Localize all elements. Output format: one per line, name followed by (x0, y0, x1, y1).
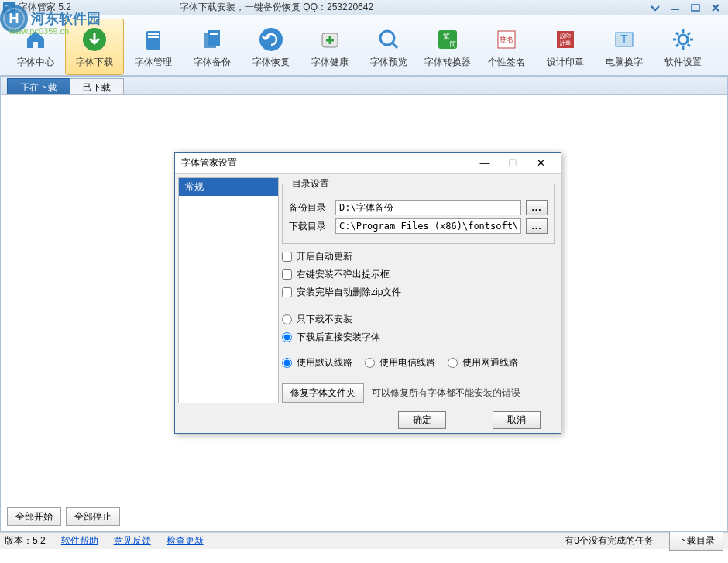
version-label: 版本：5.2 (5, 534, 46, 548)
sidebar-item-general[interactable]: 常规 (179, 178, 278, 196)
dialog-titlebar[interactable]: 字体管家设置 — ☐ ✕ (175, 153, 561, 174)
svg-text:繁: 繁 (443, 33, 450, 40)
feedback-link[interactable]: 意见反馈 (114, 534, 151, 548)
backup-dir-label: 备份目录 (289, 201, 331, 215)
toolbar-label: 字体健康 (311, 56, 349, 69)
toolbar-home[interactable]: 字体中心 (6, 19, 65, 75)
toolbar-restore[interactable]: 字体恢复 (242, 19, 300, 75)
download-browse-button[interactable]: ... (526, 218, 548, 234)
dialog-maximize-button[interactable]: ☐ (499, 156, 527, 171)
toolbar-health[interactable]: 字体健康 (300, 19, 359, 75)
toolbar-signature[interactable]: 签名个性签名 (477, 19, 536, 75)
download-dir-label: 下载目录 (289, 220, 331, 233)
svg-text:設印: 設印 (560, 33, 571, 39)
dialog-close-button[interactable]: ✕ (527, 156, 555, 171)
toolbar-preview[interactable]: 字体预览 (359, 19, 418, 75)
download-dir-button[interactable]: 下载目录 (669, 531, 723, 551)
toolbar-files[interactable]: 字体备份 (183, 19, 242, 75)
main-toolbar: 字体中心字体下载字体管理字体备份字体恢复字体健康字体预览繁简字体转换器签名个性签… (0, 15, 728, 76)
svg-line-33 (676, 44, 678, 46)
auto-update-checkbox[interactable] (282, 252, 292, 262)
backup-browse-button[interactable]: ... (526, 200, 548, 215)
task-status: 有0个没有完成的任务 (565, 534, 654, 548)
stop-all-button[interactable]: 全部停止 (66, 507, 120, 526)
telecom-line-label: 使用电信线路 (379, 356, 435, 369)
close-button[interactable] (706, 2, 725, 14)
svg-rect-10 (210, 33, 218, 35)
fieldset-legend: 目录设置 (289, 177, 332, 191)
status-bar: 版本：5.2 软件帮助 意见反馈 检查更新 有0个没有完成的任务 下载目录 (0, 532, 728, 549)
toolbar-label: 字体预览 (370, 56, 407, 69)
svg-rect-3 (692, 5, 699, 11)
download-only-radio[interactable] (282, 314, 292, 324)
directory-settings-group: 目录设置 备份目录 ... 下载目录 ... (282, 177, 555, 244)
download-tabs: 正在下载己下载 (1, 77, 727, 95)
download-icon (80, 25, 109, 54)
delete-zip-checkbox[interactable] (282, 287, 292, 297)
toolbar-label: 字体下载 (76, 56, 113, 69)
svg-rect-7 (148, 36, 159, 38)
svg-point-25 (678, 35, 688, 44)
toolbar-swap[interactable]: T电脑换字 (595, 19, 654, 75)
toolbar-settings[interactable]: 软件设置 (654, 19, 713, 75)
svg-text:简: 简 (449, 40, 456, 48)
toolbar-book[interactable]: 字体管理 (124, 19, 183, 75)
svg-text:签名: 签名 (500, 36, 513, 43)
backup-dir-input[interactable] (335, 200, 521, 215)
minimize-button[interactable] (666, 2, 685, 14)
svg-point-11 (259, 28, 283, 51)
netcom-line-label: 使用网通线路 (462, 356, 518, 369)
svg-line-31 (688, 44, 690, 46)
dialog-minimize-button[interactable]: — (471, 156, 499, 171)
tab-1[interactable]: 己下载 (70, 78, 124, 94)
toolbar-label: 字体管理 (135, 56, 172, 69)
start-all-button[interactable]: 全部开始 (7, 507, 61, 526)
noprompt-label: 右键安装不弹出提示框 (297, 268, 390, 281)
svg-text:計章: 計章 (560, 40, 571, 46)
maximize-button[interactable] (686, 2, 705, 14)
toolbar-label: 字体恢复 (252, 56, 290, 69)
cancel-button[interactable]: 取消 (493, 411, 541, 429)
toolbar-label: 字体转换器 (424, 56, 471, 69)
tab-0[interactable]: 正在下载 (7, 78, 70, 94)
repair-button[interactable]: 修复字体文件夹 (282, 383, 364, 403)
noprompt-checkbox[interactable] (282, 269, 292, 280)
auto-update-label: 开启自动更新 (297, 250, 352, 263)
ok-button[interactable]: 确定 (398, 411, 446, 429)
download-only-label: 只下载不安装 (297, 313, 352, 326)
book-icon (139, 25, 168, 54)
svg-line-14 (393, 43, 397, 48)
dropdown-button[interactable] (646, 2, 664, 14)
settings-icon (668, 25, 698, 54)
toolbar-download[interactable]: 字体下载 (65, 19, 124, 75)
download-install-radio[interactable] (282, 332, 292, 342)
swap-icon: T (610, 25, 639, 54)
home-icon (21, 25, 50, 54)
health-icon (315, 25, 345, 54)
default-line-radio[interactable] (282, 358, 292, 368)
svg-text:字: 字 (5, 4, 13, 12)
download-dir-input[interactable] (335, 218, 521, 234)
toolbar-label: 软件设置 (664, 56, 702, 69)
svg-line-32 (688, 33, 690, 35)
default-line-label: 使用默认线路 (297, 356, 352, 369)
toolbar-seal[interactable]: 設印計章设计印章 (536, 19, 595, 75)
repair-note: 可以修复所有字体都不能安装的错误 (372, 386, 520, 400)
svg-rect-9 (208, 30, 220, 46)
restore-icon (256, 25, 286, 54)
signature-icon: 签名 (492, 25, 521, 54)
help-link[interactable]: 软件帮助 (61, 534, 98, 548)
svg-line-30 (676, 33, 678, 35)
window-subtitle: 字体下载安装，一键备份恢复 QQ：253220642 (180, 1, 373, 14)
convert-icon: 繁简 (433, 25, 462, 54)
telecom-line-radio[interactable] (365, 358, 375, 368)
seal-icon: 設印計章 (551, 25, 580, 54)
check-update-link[interactable]: 检查更新 (167, 534, 204, 548)
download-install-label: 下载后直接安装字体 (297, 331, 380, 344)
svg-text:T: T (621, 33, 628, 45)
toolbar-convert[interactable]: 繁简字体转换器 (418, 19, 477, 75)
dialog-title-text: 字体管家设置 (181, 156, 237, 170)
delete-zip-label: 安装完毕自动删除zip文件 (297, 286, 401, 299)
netcom-line-radio[interactable] (448, 358, 458, 368)
toolbar-label: 设计印章 (547, 56, 584, 69)
